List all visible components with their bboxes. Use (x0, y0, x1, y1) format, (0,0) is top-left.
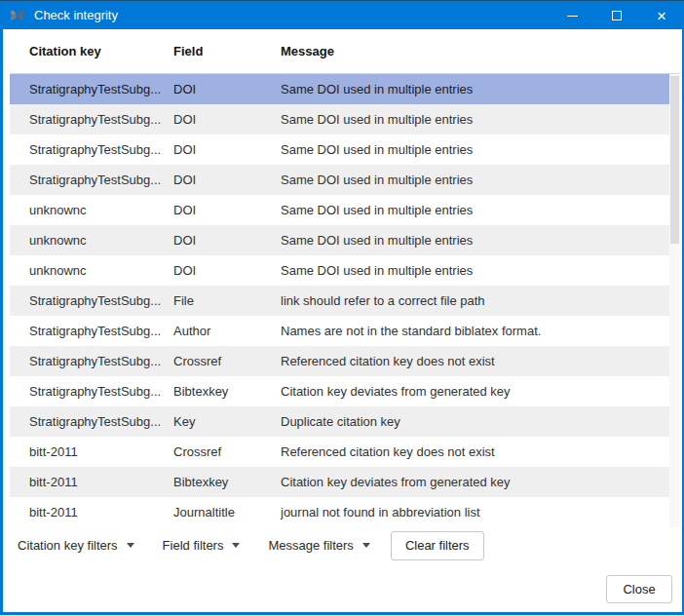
cell-field: Crossref (173, 354, 281, 368)
cell-message: Same DOI used in multiple entries (281, 203, 669, 217)
cell-message: Citation key deviates from generated key (281, 384, 669, 399)
table-row[interactable]: StratigraphyTestSubg...CrossrefReference… (10, 346, 669, 376)
cell-citation-key: StratigraphyTestSubg... (10, 384, 173, 399)
table-row[interactable]: bitt-2011CrossrefReferenced citation key… (10, 437, 669, 467)
table-row[interactable]: unknowncDOISame DOI used in multiple ent… (10, 255, 669, 286)
cell-field: DOI (173, 173, 281, 187)
cell-citation-key: unknownc (10, 263, 173, 278)
table-row[interactable]: StratigraphyTestSubg...AuthorNames are n… (10, 316, 669, 346)
table-row[interactable]: unknowncDOISame DOI used in multiple ent… (10, 195, 669, 225)
maximize-icon (612, 11, 622, 20)
cell-message: journal not found in abbreviation list (281, 505, 669, 520)
column-header-field[interactable]: Field (173, 44, 281, 58)
cell-field: Crossref (173, 444, 281, 459)
table-row[interactable]: StratigraphyTestSubg...DOISame DOI used … (10, 74, 669, 104)
cell-message: Same DOI used in multiple entries (281, 233, 669, 248)
cell-field: DOI (173, 233, 281, 248)
cell-message: Same DOI used in multiple entries (281, 142, 669, 157)
close-icon: × (657, 8, 666, 24)
table-row[interactable]: StratigraphyTestSubg...DOISame DOI used … (10, 135, 669, 165)
table-row[interactable]: StratigraphyTestSubg...DOISame DOI used … (10, 165, 669, 195)
citation-key-filters-menubutton[interactable]: Citation key filters (10, 530, 142, 560)
maximize-button[interactable] (594, 1, 639, 30)
cell-citation-key: bitt-2011 (10, 444, 173, 459)
cell-field: DOI (173, 112, 281, 127)
vertical-scrollbar[interactable] (669, 74, 680, 527)
cell-message: Duplicate citation key (281, 414, 669, 429)
minimize-icon (567, 16, 578, 17)
clear-filters-button[interactable]: Clear filters (391, 531, 484, 560)
cell-field: File (173, 293, 281, 308)
column-header-citation-key[interactable]: Citation key (10, 44, 173, 58)
cell-message: Referenced citation key does not exist (281, 354, 669, 368)
caret-down-icon (362, 543, 370, 548)
caret-down-icon (127, 543, 134, 548)
cell-citation-key: StratigraphyTestSubg... (10, 173, 173, 187)
close-window-button[interactable]: × (639, 1, 684, 30)
cell-message: Same DOI used in multiple entries (281, 82, 669, 96)
cell-citation-key: bitt-2011 (10, 475, 173, 489)
cell-field: Key (173, 414, 281, 429)
table-row[interactable]: bitt-2011BibtexkeyCitation key deviates … (10, 467, 669, 497)
table-body: StratigraphyTestSubg...DOISame DOI used … (10, 74, 680, 527)
minimize-button[interactable] (550, 1, 594, 30)
column-header-message[interactable]: Message (281, 44, 680, 58)
cell-field: Bibtexkey (173, 384, 281, 399)
table-row[interactable]: StratigraphyTestSubg...DOISame DOI used … (10, 104, 669, 135)
cell-field: Journaltitle (173, 505, 281, 520)
cell-citation-key: StratigraphyTestSubg... (10, 142, 173, 157)
titlebar: Check integrity × (0, 0, 684, 29)
close-button[interactable]: Close (606, 575, 672, 603)
cell-field: DOI (173, 203, 281, 217)
cell-message: Same DOI used in multiple entries (281, 112, 669, 127)
citation-key-filters-label: Citation key filters (18, 538, 118, 553)
scrollbar-thumb[interactable] (670, 76, 679, 244)
cell-citation-key: StratigraphyTestSubg... (10, 414, 173, 429)
cell-citation-key: StratigraphyTestSubg... (10, 324, 173, 338)
message-filters-menubutton[interactable]: Message filters (260, 530, 377, 560)
window-border-left (0, 29, 3, 616)
cell-message: Same DOI used in multiple entries (281, 263, 669, 278)
cell-citation-key: StratigraphyTestSubg... (10, 293, 173, 308)
cell-message: link should refer to a correct file path (281, 293, 669, 308)
cell-message: Referenced citation key does not exist (281, 444, 669, 459)
cell-message: Citation key deviates from generated key (281, 475, 669, 489)
window-controls: × (550, 1, 684, 30)
cell-citation-key: StratigraphyTestSubg... (10, 112, 173, 127)
window-title: Check integrity (34, 8, 118, 22)
table-row[interactable]: bitt-2011Journaltitlejournal not found i… (10, 497, 669, 527)
cell-citation-key: StratigraphyTestSubg... (10, 82, 173, 96)
cell-message: Same DOI used in multiple entries (281, 173, 669, 187)
table-row[interactable]: StratigraphyTestSubg...KeyDuplicate cita… (10, 406, 669, 437)
cell-citation-key: bitt-2011 (10, 505, 173, 520)
table-row[interactable]: StratigraphyTestSubg...Filelink should r… (10, 286, 669, 316)
table-row[interactable]: unknowncDOISame DOI used in multiple ent… (10, 225, 669, 255)
field-filters-menubutton[interactable]: Field filters (155, 530, 248, 560)
field-filters-label: Field filters (163, 538, 224, 553)
cell-field: DOI (173, 142, 281, 157)
cell-message: Names are not in the standard biblatex f… (281, 324, 669, 338)
jabref-logo-icon (9, 8, 25, 23)
cell-field: Bibtexkey (173, 475, 281, 489)
cell-field: DOI (173, 82, 281, 96)
table-row[interactable]: StratigraphyTestSubg...BibtexkeyCitation… (10, 376, 669, 406)
cell-citation-key: StratigraphyTestSubg... (10, 354, 173, 368)
filter-bar: Citation key filters Field filters Messa… (10, 530, 484, 560)
cell-citation-key: unknownc (10, 233, 173, 248)
integrity-table: Citation key Field Message StratigraphyT… (10, 29, 680, 527)
cell-field: Author (173, 324, 281, 338)
cell-field: DOI (173, 263, 281, 278)
caret-down-icon (232, 543, 240, 548)
check-integrity-dialog: Check integrity × Citation key Field Mes… (0, 0, 684, 616)
table-header: Citation key Field Message (10, 29, 680, 74)
message-filters-label: Message filters (268, 538, 353, 553)
cell-citation-key: unknownc (10, 203, 173, 217)
